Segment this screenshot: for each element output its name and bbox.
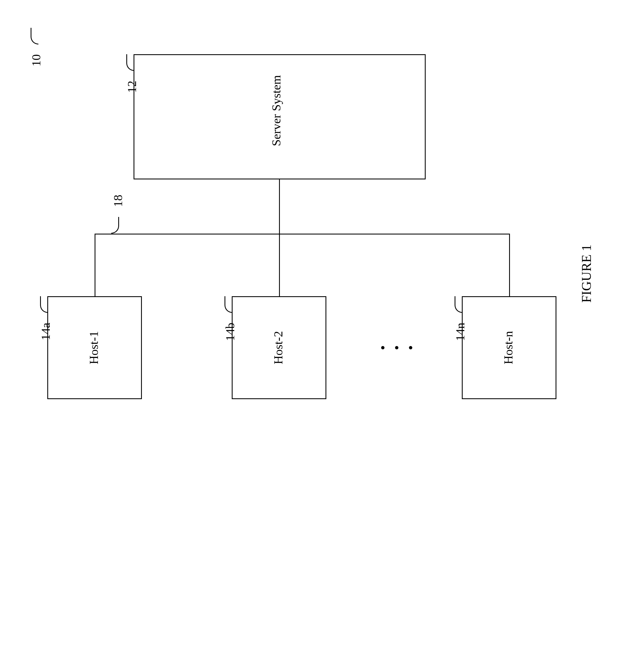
bus-line [94, 234, 509, 234]
hostn-connector [509, 234, 510, 296]
host-n-label: Host-n [501, 331, 515, 364]
ref-tick-18 [111, 217, 119, 234]
ref-14a-label: 14a [39, 323, 53, 341]
host-1-label: Host-1 [87, 331, 101, 364]
ref-12-label: 12 [125, 81, 139, 93]
server-bus-connector [279, 179, 280, 234]
host2-connector [279, 234, 280, 296]
ref-tick-14b [224, 296, 232, 313]
ref-18-label: 18 [111, 195, 125, 207]
server-label: Server System [269, 75, 283, 146]
ref-10-label: 10 [29, 54, 44, 67]
host1-connector [94, 234, 95, 296]
ref-14n-label: 14n [453, 323, 467, 341]
ref-tick-10 [30, 28, 39, 45]
diagram-page: 10 Server System 12 18 Host-1 14a Host-2… [0, 0, 619, 672]
ellipsis-dot-1 [381, 346, 385, 349]
ref-tick-12 [126, 54, 134, 71]
ref-14b-label: 14b [223, 323, 237, 341]
ref-tick-14n [455, 296, 462, 313]
figure-caption: FIGURE 1 [579, 244, 594, 303]
host-2-label: Host-2 [271, 331, 285, 364]
ellipsis-dot-2 [395, 346, 398, 349]
ref-tick-14a [40, 296, 48, 313]
ellipsis-dot-3 [409, 346, 412, 349]
